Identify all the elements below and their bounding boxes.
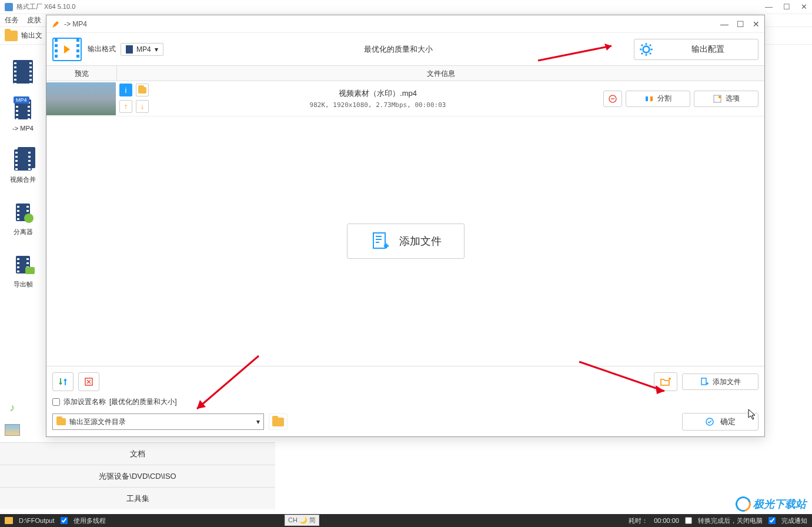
dialog-close-button[interactable]: ✕: [753, 19, 760, 29]
output-config-button[interactable]: 输出配置: [634, 39, 758, 60]
output-folder-value: 输出至源文件目录: [69, 417, 126, 427]
sidebar-video-merge[interactable]: 视频合并: [0, 142, 46, 189]
left-sidebar: MP4 -> MP4 视频合并 分离器 导出帧 ♪: [0, 45, 46, 509]
sidebar-export-frame-label: 导出帧: [14, 280, 33, 289]
dialog-body: 添加文件: [46, 116, 764, 366]
ok-button[interactable]: 确定: [682, 413, 758, 431]
main-maximize-button[interactable]: ☐: [783, 2, 790, 11]
svg-rect-15: [373, 233, 385, 248]
minus-circle-icon: [608, 94, 617, 104]
add-file-button[interactable]: 添加文件: [682, 373, 758, 390]
dialog-title: -> MP4: [64, 20, 720, 28]
chevron-down-icon: ▾: [256, 418, 260, 426]
folder-icon: [56, 418, 66, 425]
move-down-button[interactable]: ↓: [136, 100, 149, 113]
app-title: 格式工厂 X64 5.10.0: [16, 2, 765, 11]
header-preview: 预览: [46, 66, 117, 81]
dialog-bottom: 添加文件 添加设置名称 [最优化的质量和大小] 输出至源文件目录 ▾ 确定: [46, 366, 764, 436]
sidebar-to-mp4[interactable]: MP4 -> MP4: [0, 92, 46, 136]
status-output-path: D:\FFOutput: [19, 517, 55, 524]
ime-indicator[interactable]: CH 🌙 简: [285, 515, 319, 526]
svg-point-0: [643, 46, 650, 52]
elapsed-value: 00:00:00: [654, 517, 679, 524]
category-list: 文档 光驱设备\DVD\CD\ISO 工具集: [0, 442, 275, 509]
menu-skin[interactable]: 皮肤: [27, 15, 41, 25]
svg-line-8: [650, 44, 651, 45]
sidebar-video-merge-label: 视频合并: [10, 175, 36, 184]
sidebar-separator[interactable]: 分离器: [0, 195, 46, 241]
file-info: 982K, 1920x1080, 2.73Mbps, 00:00:03: [310, 101, 446, 109]
dialog-headers: 预览 文件信息: [46, 66, 764, 81]
quality-label: 最优化的质量和大小: [163, 44, 634, 55]
options-button[interactable]: 选项: [694, 91, 758, 107]
open-folder-button[interactable]: [136, 84, 149, 96]
file-thumbnail[interactable]: [46, 82, 116, 115]
menu-task[interactable]: 任务: [5, 15, 19, 25]
shutdown-label: 转换完成后，关闭电脑: [698, 516, 763, 525]
clear-button[interactable]: [78, 372, 99, 391]
svg-point-14: [719, 96, 721, 98]
status-folder-icon[interactable]: [5, 517, 13, 524]
main-title-bar: 格式工厂 X64 5.10.0 — ☐ ✕: [0, 0, 812, 14]
folder-icon: [272, 418, 284, 426]
watermark-logo-icon: [733, 493, 754, 515]
watermark: 极光下载站: [736, 496, 806, 512]
check-circle-icon: [705, 417, 714, 426]
svg-rect-12: [650, 96, 653, 101]
append-settings-checkbox[interactable]: [52, 398, 60, 406]
append-settings-value: [最优化的质量和大小]: [109, 397, 177, 407]
clear-icon: [83, 376, 94, 387]
sort-icon: [58, 376, 68, 387]
split-button[interactable]: 分割: [626, 91, 690, 107]
notify-checkbox[interactable]: [768, 517, 776, 524]
header-fileinfo: 文件信息: [117, 66, 764, 81]
add-folder-button[interactable]: [654, 372, 677, 391]
add-file-big-label: 添加文件: [399, 234, 442, 248]
category-tools[interactable]: 工具集: [0, 487, 275, 509]
move-up-button[interactable]: ↑: [119, 100, 132, 113]
sidebar-to-mp4-label: -> MP4: [12, 125, 34, 132]
multithread-label: 使用多线程: [73, 516, 106, 525]
dialog-minimize-button[interactable]: —: [720, 19, 729, 29]
main-close-button[interactable]: ✕: [801, 2, 807, 11]
dialog-icon: [51, 19, 61, 29]
svg-line-6: [650, 52, 651, 54]
sidebar-audio-icon[interactable]: ♪: [4, 399, 21, 416]
category-optical[interactable]: 光驱设备\DVD\CD\ISO: [0, 465, 275, 487]
sidebar-picture-icon[interactable]: [4, 421, 21, 439]
options-icon: [713, 94, 722, 104]
watermark-text: 极光下载站: [753, 497, 806, 511]
remove-file-button[interactable]: [603, 91, 622, 107]
notify-label: 完成通知: [781, 516, 807, 525]
main-minimize-button[interactable]: —: [765, 2, 773, 11]
add-file-big-button[interactable]: 添加文件: [347, 224, 465, 259]
output-folder-icon[interactable]: [5, 31, 18, 41]
file-center: 视频素材（水印）.mp4 982K, 1920x1080, 2.73Mbps, …: [152, 81, 603, 116]
gear-icon: [639, 42, 654, 57]
browse-folder-button[interactable]: [269, 413, 288, 430]
add-file-icon: [370, 231, 391, 252]
elapsed-label: 耗时：: [629, 516, 648, 525]
format-value: MP4: [136, 45, 151, 54]
add-folder-icon: [660, 376, 671, 387]
output-folder-select[interactable]: 输出至源文件目录 ▾: [52, 413, 264, 430]
sidebar-video-icon[interactable]: [0, 45, 46, 92]
append-settings-label: 添加设置名称: [64, 397, 106, 407]
film-icon: [126, 45, 133, 54]
svg-rect-11: [646, 96, 648, 101]
row-actions: 分割 选项: [603, 81, 764, 116]
output-format-label: 输出格式: [88, 44, 116, 54]
shutdown-checkbox[interactable]: [685, 517, 692, 524]
category-document[interactable]: 文档: [0, 442, 275, 465]
dialog-maximize-button[interactable]: ☐: [737, 19, 744, 29]
multithread-checkbox[interactable]: [61, 517, 68, 524]
info-button[interactable]: i: [119, 84, 132, 96]
output-config-label: 输出配置: [658, 44, 758, 55]
add-file-small-icon: [700, 377, 709, 386]
sidebar-export-frame[interactable]: 导出帧: [0, 247, 46, 293]
svg-line-7: [641, 52, 643, 54]
format-select[interactable]: MP4 ▾: [121, 43, 163, 56]
file-tools: i ↑ ↓: [117, 81, 152, 116]
sort-button[interactable]: [52, 372, 73, 391]
file-row[interactable]: i ↑ ↓ 视频素材（水印）.mp4 982K, 1920x1080, 2.73…: [46, 81, 764, 116]
